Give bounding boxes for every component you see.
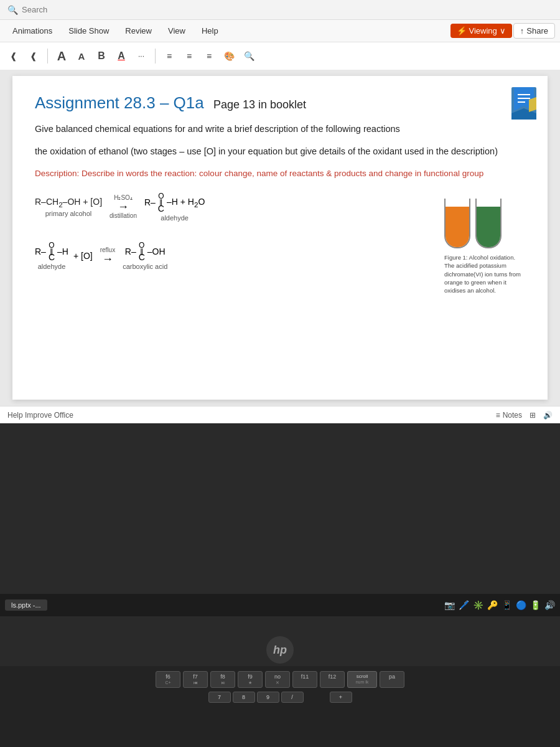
list-button[interactable]: ≡ <box>161 47 178 65</box>
keyboard-area: f6 C+ f7 ⏮ f8 ⏯ f9 ★ no ✕ f11 <box>0 666 560 747</box>
key-f6-sub: C+ <box>165 680 170 685</box>
list3-button[interactable]: ≡ <box>200 47 218 65</box>
eq2-right-label: carboxylic acid <box>123 263 167 270</box>
font-large-button[interactable]: A <box>53 47 70 65</box>
figure-caption: Figure 1: Alcohol oxidation. The acidifi… <box>444 253 525 294</box>
hp-text: hp <box>266 636 294 664</box>
tab-animations[interactable]: Animations <box>5 22 60 39</box>
key-f9[interactable]: f9 ★ <box>238 671 263 688</box>
instruction1-text: Give balanced chemical equations for and… <box>35 124 400 134</box>
scroll-sub: num lk <box>356 680 369 684</box>
bluetooth-icon[interactable]: 🔵 <box>516 600 526 610</box>
condition-distillation: distillation <box>110 212 137 219</box>
notes-icon: ≡ <box>496 411 500 420</box>
tab-view[interactable]: View <box>161 22 193 39</box>
status-bar: Help Improve Office ≡ Notes ⊞ 🔊 <box>0 406 560 423</box>
key-f9-sub: ★ <box>248 680 252 685</box>
key-f12[interactable]: f12 <box>320 671 345 688</box>
eq1-row: R–CH2–OH + [O] primary alcohol H₂SO₄ → d… <box>35 192 429 222</box>
separator2 <box>155 49 156 63</box>
tube-green-group <box>475 199 502 248</box>
undo-button[interactable]: ❰ <box>5 47 22 65</box>
key-8[interactable]: 8 <box>233 692 255 703</box>
key-f10-label: no <box>274 674 281 680</box>
eq1-left-label: primary alcohol <box>45 210 92 217</box>
notes-button[interactable]: ≡ Notes <box>496 411 522 420</box>
toolbar: ❰ ❰ A A B A ··· ≡ ≡ ≡ 🎨 🔍 <box>0 42 560 70</box>
underline-button[interactable]: A <box>113 47 130 65</box>
share-icon: ↑ <box>520 26 525 35</box>
test-tubes <box>444 192 519 248</box>
key-f7-sub: ⏮ <box>194 680 198 685</box>
list2-button[interactable]: ≡ <box>180 47 198 65</box>
color-button[interactable]: 🎨 <box>220 47 238 65</box>
font-small-button[interactable]: A <box>73 47 90 65</box>
tube-orange <box>444 199 470 248</box>
eq1-left-formula: R–CH2–OH + [O] <box>35 197 102 209</box>
tab-review[interactable]: Review <box>118 22 159 39</box>
eq1-left-group: R–CH2–OH + [O] primary alcohol <box>35 197 102 217</box>
view-icon[interactable]: ⊞ <box>530 411 536 420</box>
viewing-button[interactable]: ⚡ Viewing ∨ <box>450 24 512 38</box>
status-right: ≡ Notes ⊞ 🔊 <box>496 411 553 420</box>
key-f8-label: f8 <box>220 674 225 680</box>
tray-icon-2[interactable]: 🖊️ <box>459 600 469 610</box>
fn-row: f6 C+ f7 ⏮ f8 ⏯ f9 ★ no ✕ f11 <box>12 671 548 688</box>
tab-slideshow[interactable]: Slide Show <box>61 22 116 39</box>
instruction2-text: the oxidation of ethanol (two stages – u… <box>35 146 498 156</box>
taskbar-pptx[interactable]: ls.pptx -... <box>5 599 47 611</box>
figure-block: Figure 1: Alcohol oxidation. The acidifi… <box>444 192 525 294</box>
key-7[interactable]: 7 <box>208 692 231 703</box>
key-slash[interactable]: / <box>281 692 304 703</box>
key-f9-label: f9 <box>248 674 253 680</box>
volume-tray-icon[interactable]: 🔊 <box>544 600 555 610</box>
key-f10[interactable]: no ✕ <box>265 671 290 688</box>
tray-icon-4[interactable]: 🔑 <box>487 600 498 610</box>
tray-icon-3[interactable]: ✳️ <box>473 600 483 610</box>
key-scroll[interactable]: scroll num lk <box>347 671 377 688</box>
volume-icon: 🔊 <box>543 411 553 420</box>
help-improve[interactable]: Help Improve Office <box>7 411 73 420</box>
tray-icon-5[interactable]: 📱 <box>502 600 512 610</box>
search-bar[interactable]: 🔍 <box>0 0 560 20</box>
description-note: Description: Describe in words the react… <box>35 167 525 180</box>
undo2-button[interactable]: ❰ <box>25 47 42 65</box>
key-spacer <box>306 692 328 703</box>
eq2-block: R– O ‖ C –H aldehyde + [O] <box>35 242 429 271</box>
instruction2: the oxidation of ethanol (two stages – u… <box>35 145 525 159</box>
share-button[interactable]: ↑ Share <box>513 23 555 39</box>
instruction1: Give balanced chemical equations for and… <box>35 123 525 136</box>
eq2-right-formula: R– O ‖ C –OH <box>125 242 166 262</box>
key-f6[interactable]: f6 C+ <box>156 671 180 688</box>
eq2-left-group: R– O ‖ C –H aldehyde <box>35 242 68 271</box>
eq1-right-group: R– O ‖ C –H + H2O aldehyde <box>144 192 205 222</box>
key-f7[interactable]: f7 ⏮ <box>183 671 208 688</box>
bookmark-icon <box>510 86 538 122</box>
tray-icon-1[interactable]: 📷 <box>444 600 455 610</box>
search-input[interactable] <box>22 5 553 14</box>
slide-title: Assignment 28.3 – Q1a Page 13 in booklet <box>35 93 525 113</box>
bold-button[interactable]: B <box>93 47 110 65</box>
key-pa[interactable]: pa <box>380 671 404 688</box>
orange-liquid <box>446 207 469 247</box>
title-text: Assignment 28.3 – Q1a <box>35 93 204 112</box>
hp-logo: hp <box>265 635 295 665</box>
ribbon-tabs: Animations Slide Show Review View Help ⚡… <box>0 20 560 42</box>
num-row: 7 8 9 / + <box>12 692 548 703</box>
key-pa-label: pa <box>389 674 395 680</box>
page-ref: Page 13 in booklet <box>213 98 306 111</box>
key-plus[interactable]: + <box>330 692 352 703</box>
ellipsis-button[interactable]: ··· <box>133 47 150 65</box>
equations-block: R–CH2–OH + [O] primary alcohol H₂SO₄ → d… <box>35 192 429 270</box>
slide: Assignment 28.3 – Q1a Page 13 in booklet… <box>12 76 548 400</box>
search-toolbar-button[interactable]: 🔍 <box>240 47 258 65</box>
eq1-block: R–CH2–OH + [O] primary alcohol H₂SO₄ → d… <box>35 192 429 222</box>
key-9[interactable]: 9 <box>257 692 279 703</box>
chemistry-area: R–CH2–OH + [O] primary alcohol H₂SO₄ → d… <box>35 192 525 294</box>
key-f8[interactable]: f8 ⏯ <box>210 671 235 688</box>
key-f8-sub: ⏯ <box>221 680 225 685</box>
scroll-label: scroll <box>357 674 368 679</box>
key-f11[interactable]: f11 <box>292 671 317 688</box>
eq2-left-formula: R– O ‖ C –H <box>35 242 68 262</box>
tab-help[interactable]: Help <box>194 22 226 39</box>
